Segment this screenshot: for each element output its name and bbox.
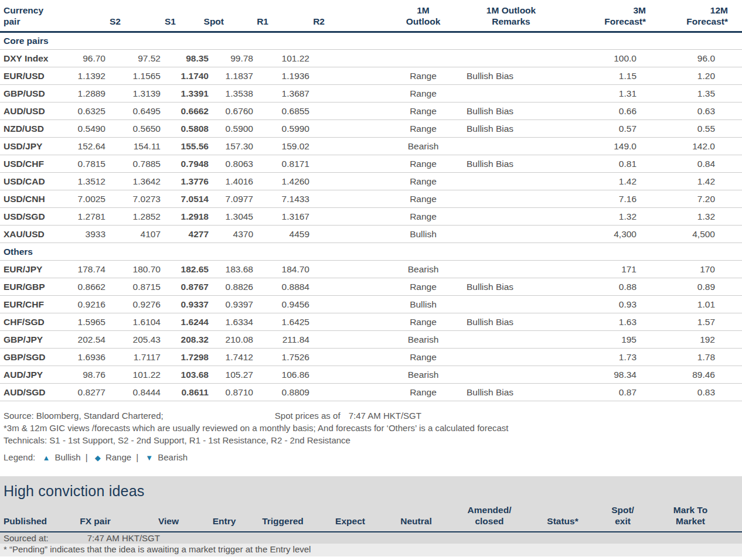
r2-cell: 0.6855 — [268, 103, 325, 120]
s2-cell: 1.1392 — [76, 67, 121, 85]
r2-cell: 0.8809 — [268, 384, 325, 401]
pair-cell: USD/SGD — [0, 208, 76, 226]
legend-item-label: Bullish — [52, 452, 83, 462]
remarks-cell — [465, 50, 557, 67]
f3m-cell: 0.66 — [557, 103, 655, 120]
legend-separator: | — [136, 452, 138, 462]
remarks-cell — [465, 208, 557, 226]
remarks-cell — [465, 85, 557, 103]
spot-cell: 98.35 — [176, 50, 224, 67]
pair-cell: GBP/JPY — [0, 331, 76, 349]
f12m-cell: 89.46 — [655, 366, 742, 384]
s1-cell: 0.9276 — [121, 296, 176, 313]
f3m-cell: 100.0 — [557, 50, 655, 67]
spot-cell: 1.3776 — [176, 173, 224, 190]
table-row: GBP/USD1.28891.31391.33911.35381.3687Ran… — [0, 85, 742, 103]
column-header-outlook: 1MOutlook — [325, 0, 465, 32]
table-row: AUD/SGD0.82770.84440.86110.87100.8809Ran… — [0, 384, 742, 401]
table-row: GBP/SGD1.69361.71171.72981.74121.7526Ran… — [0, 349, 742, 366]
outlook-cell: Bearish — [325, 138, 465, 155]
pair-cell: EUR/CHF — [0, 296, 76, 313]
outlook-cell: Range — [325, 313, 465, 331]
pair-cell: DXY Index — [0, 50, 76, 67]
s2-cell: 0.6325 — [76, 103, 121, 120]
s2-cell: 152.64 — [76, 138, 121, 155]
f3m-cell: 1.15 — [557, 67, 655, 85]
s2-cell: 3933 — [76, 226, 121, 243]
s2-cell: 1.6936 — [76, 349, 121, 366]
column-header-published: Published — [0, 501, 53, 532]
outlook-cell: Range — [325, 85, 465, 103]
remarks-cell: Bullish Bias — [465, 103, 557, 120]
spot-cell: 0.6662 — [176, 103, 224, 120]
sourced-at-label: Sourced at: — [4, 533, 49, 543]
s2-cell: 1.5965 — [76, 313, 121, 331]
s2-cell: 1.2889 — [76, 85, 121, 103]
column-header-f12m: 12MForecast* — [655, 0, 742, 32]
s1-cell: 1.6104 — [121, 313, 176, 331]
pair-cell: CHF/SGD — [0, 313, 76, 331]
spot-cell: 0.8611 — [176, 384, 224, 401]
f3m-cell: 195 — [557, 331, 655, 349]
legend-separator: | — [86, 452, 88, 462]
column-header-neutral: Neutral — [384, 501, 448, 532]
r2-cell: 106.86 — [268, 366, 325, 384]
f3m-cell: 171 — [557, 261, 655, 278]
column-header-pair: Currencypair — [0, 0, 76, 32]
s1-cell: 0.8444 — [121, 384, 176, 401]
outlook-cell: Bearish — [325, 331, 465, 349]
table-row: NZD/USD0.54900.56500.58080.59000.5990Ran… — [0, 120, 742, 138]
f12m-cell: 0.63 — [655, 103, 742, 120]
s1-cell: 180.70 — [121, 261, 176, 278]
s1-cell: 205.43 — [121, 331, 176, 349]
outlook-cell: Range — [325, 208, 465, 226]
r2-cell: 1.4260 — [268, 173, 325, 190]
outlook-cell: Range — [325, 155, 465, 173]
r1-cell: 105.27 — [224, 366, 268, 384]
r2-cell: 7.1433 — [268, 190, 325, 208]
spot-cell: 0.8767 — [176, 278, 224, 296]
s1-cell: 4107 — [121, 226, 176, 243]
f12m-cell: 1.42 — [655, 173, 742, 190]
legend: Legend: ▲ Bullish |◆ Range |▼ Bearish — [4, 452, 742, 462]
fx-table-header: CurrencypairS2S1SpotR1R21MOutlook1M Outl… — [0, 0, 742, 32]
section-label: Core pairs — [0, 32, 742, 50]
s2-cell: 1.2781 — [76, 208, 121, 226]
sourced-at-time: 7:47 AM HKT/SGT — [87, 533, 160, 543]
high-conviction-section: High conviction ideas PublishedFX pairVi… — [0, 476, 742, 556]
column-header-fxpair: FX pair — [53, 501, 138, 532]
pair-cell: GBP/USD — [0, 85, 76, 103]
f3m-cell: 0.57 — [557, 120, 655, 138]
f3m-cell: 0.81 — [557, 155, 655, 173]
spot-cell: 155.56 — [176, 138, 224, 155]
s2-cell: 178.74 — [76, 261, 121, 278]
pair-cell: EUR/GBP — [0, 278, 76, 296]
f3m-cell: 1.63 — [557, 313, 655, 331]
column-header-triggered: Triggered — [249, 501, 316, 532]
spot-cell: 1.2918 — [176, 208, 224, 226]
f12m-cell: 1.01 — [655, 296, 742, 313]
outlook-cell: Range — [325, 173, 465, 190]
s1-cell: 1.3642 — [121, 173, 176, 190]
outlook-cell: Range — [325, 190, 465, 208]
table-row: EUR/CHF0.92160.92760.93370.93970.9456Bul… — [0, 296, 742, 313]
s1-cell: 101.22 — [121, 366, 176, 384]
r2-cell: 211.84 — [268, 331, 325, 349]
remarks-cell: Bullish Bias — [465, 120, 557, 138]
f3m-cell: 1.42 — [557, 173, 655, 190]
high-conviction-title: High conviction ideas — [0, 476, 742, 501]
s2-cell: 202.54 — [76, 331, 121, 349]
f3m-cell: 1.73 — [557, 349, 655, 366]
s1-cell: 0.5650 — [121, 120, 176, 138]
s1-cell: 0.8715 — [121, 278, 176, 296]
f12m-cell: 1.32 — [655, 208, 742, 226]
remarks-cell: Bullish Bias — [465, 67, 557, 85]
r1-cell: 99.78 — [224, 50, 268, 67]
column-header-r2: R2 — [268, 0, 325, 32]
pair-cell: GBP/SGD — [0, 349, 76, 366]
outlook-cell: Bullish — [325, 296, 465, 313]
f3m-cell: 98.34 — [557, 366, 655, 384]
pair-cell: EUR/JPY — [0, 261, 76, 278]
remarks-cell: Bullish Bias — [465, 155, 557, 173]
column-header-remarks: 1M OutlookRemarks — [465, 0, 557, 32]
